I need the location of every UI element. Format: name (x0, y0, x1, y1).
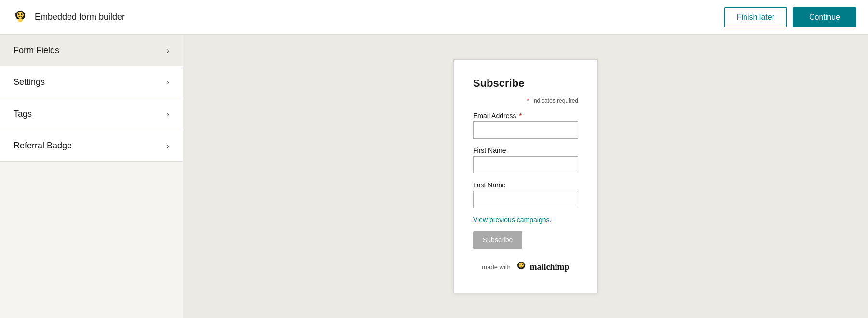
last-name-input[interactable] (473, 191, 578, 208)
svg-point-2 (18, 13, 20, 15)
first-name-label: First Name (473, 146, 578, 154)
required-star: * (527, 97, 529, 104)
continue-button[interactable]: Continue (793, 7, 856, 27)
form-preview-card: Subscribe * indicates required Email Add… (453, 59, 598, 293)
app-title: Embedded form builder (35, 12, 125, 22)
chevron-right-icon: › (167, 46, 169, 55)
subscribe-title: Subscribe (473, 77, 578, 90)
sidebar-item-form-fields[interactable]: Form Fields › (0, 35, 183, 66)
mailchimp-logo-icon (12, 9, 29, 26)
svg-point-10 (522, 264, 523, 265)
svg-point-6 (18, 18, 23, 22)
sidebar-item-referral-badge[interactable]: Referral Badge › (0, 130, 183, 162)
subscribe-button[interactable]: Subscribe (473, 231, 522, 249)
first-name-input[interactable] (473, 156, 578, 173)
email-required-star: * (519, 112, 521, 119)
chevron-right-icon: › (167, 78, 169, 87)
chevron-right-icon: › (167, 142, 169, 150)
svg-point-1 (17, 12, 24, 18)
svg-point-8 (518, 263, 524, 268)
email-label: Email Address * (473, 112, 578, 119)
required-note: * indicates required (473, 97, 578, 104)
sidebar-item-tags[interactable]: Tags › (0, 98, 183, 130)
required-note-text: indicates required (532, 97, 578, 104)
app-header: Embedded form builder Finish later Conti… (0, 0, 868, 35)
svg-point-3 (21, 13, 23, 15)
sidebar-item-settings[interactable]: Settings › (0, 66, 183, 98)
header-left: Embedded form builder (12, 9, 125, 26)
email-input[interactable] (473, 121, 578, 139)
made-with-footer: made with mailchimp (473, 260, 578, 274)
sidebar: Form Fields › Settings › Tags › Referral… (0, 35, 183, 318)
last-name-field-group: Last Name (473, 181, 578, 208)
made-with-text: made with (482, 264, 510, 271)
view-campaigns-link[interactable]: View previous campaigns. (473, 216, 578, 224)
last-name-label: Last Name (473, 181, 578, 189)
svg-point-9 (519, 264, 520, 265)
content-area: Subscribe * indicates required Email Add… (183, 35, 868, 318)
email-field-group: Email Address * (473, 112, 578, 139)
finish-later-button[interactable]: Finish later (724, 7, 787, 27)
header-actions: Finish later Continue (724, 7, 856, 27)
main-layout: Form Fields › Settings › Tags › Referral… (0, 35, 868, 318)
sidebar-item-settings-label: Settings (14, 77, 45, 87)
sidebar-item-form-fields-label: Form Fields (14, 45, 59, 55)
chevron-right-icon: › (167, 110, 169, 119)
mailchimp-name-text: mailchimp (530, 262, 570, 272)
sidebar-item-tags-label: Tags (14, 109, 32, 119)
sidebar-item-referral-badge-label: Referral Badge (14, 141, 72, 151)
first-name-field-group: First Name (473, 146, 578, 173)
mailchimp-monkey-icon (515, 260, 528, 274)
mailchimp-brand: mailchimp (515, 260, 570, 274)
